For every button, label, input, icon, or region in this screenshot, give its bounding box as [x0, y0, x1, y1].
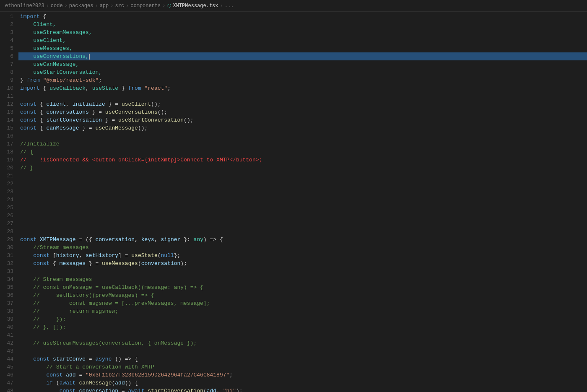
line-number: 38	[3, 307, 13, 315]
code-line: } from "@xmtp/react-sdk";	[18, 76, 587, 84]
code-line	[18, 212, 587, 220]
token-kw: const	[33, 252, 49, 259]
token-kw: null	[161, 252, 174, 259]
code-line: // !isConnected && <button onClick={init…	[18, 156, 587, 164]
token-punct	[36, 236, 40, 243]
code-line: const conversation = await startConversa…	[18, 387, 587, 392]
bc-folder-2[interactable]: code	[51, 3, 63, 9]
token-punct	[20, 252, 33, 259]
token-import-name: useConversations,	[20, 53, 89, 60]
token-comment: // useStreamMessages(conversation, { onM…	[20, 340, 197, 346]
line-number: 48	[3, 387, 13, 392]
token-import-name: useStartConversation,	[20, 69, 102, 75]
code-line: useStartConversation,	[18, 68, 587, 76]
token-comment: // return msgsnew;	[20, 308, 118, 314]
token-punct: )) {	[125, 380, 138, 386]
code-line	[18, 196, 587, 204]
token-punct: ,	[135, 236, 141, 243]
code-line: const XMTPMessage = ({ conversation, key…	[18, 236, 587, 244]
token-punct: }	[20, 77, 27, 83]
line-number: 36	[3, 291, 13, 299]
line-number: 45	[3, 363, 13, 371]
bc-folder-6[interactable]: components	[130, 3, 161, 9]
bc-sep-4: ›	[110, 3, 113, 9]
token-comment: // Stream messages	[20, 276, 92, 283]
token-punct: ,	[216, 388, 223, 392]
bc-sep-1: ›	[46, 3, 49, 9]
token-punct: ,	[86, 85, 92, 91]
line-number: 9	[3, 76, 13, 84]
line-numbers: 1234567891011121314151617181920212223242…	[0, 12, 18, 392]
bc-folder-3[interactable]: packages	[69, 3, 94, 9]
code-line	[18, 172, 587, 180]
code-line: // }	[18, 164, 587, 172]
line-number: 32	[3, 260, 13, 267]
code-line: // return msgsnew;	[18, 307, 587, 315]
token-comment: // }	[20, 165, 33, 171]
token-fn: useStartConversation	[118, 117, 184, 123]
token-import-name: useMessages,	[20, 45, 73, 52]
code-content[interactable]: import { Client, useStreamMessages, useC…	[18, 12, 587, 392]
line-number: 1	[3, 13, 13, 21]
bc-folder-1[interactable]: ethonline2023	[5, 3, 44, 9]
code-line: const { messages } = useMessages(convers…	[18, 260, 587, 267]
token-kw: const	[20, 236, 36, 243]
token-punct	[20, 388, 60, 392]
token-comment: // {	[20, 149, 33, 155]
token-punct: ,	[79, 252, 86, 259]
line-number: 23	[3, 188, 13, 196]
token-var: conversations	[46, 109, 88, 115]
line-number: 44	[3, 355, 13, 363]
token-punct: =	[86, 356, 95, 362]
code-line: // }, []);	[18, 323, 587, 331]
line-number: 22	[3, 180, 13, 188]
token-comment: // const msgsnew = [...prevMessages, mes…	[20, 300, 210, 306]
line-number: 34	[3, 275, 13, 283]
token-import-name: useCanMessage,	[20, 61, 79, 67]
token-kw: const	[20, 109, 36, 115]
token-punct: ();	[184, 117, 193, 123]
line-number: 47	[3, 379, 13, 387]
token-punct: =	[76, 372, 86, 378]
line-number: 12	[3, 100, 13, 108]
code-line: useCanMessage,	[18, 60, 587, 68]
code-line	[18, 92, 587, 100]
code-line: const { client, initialize } = useClient…	[18, 100, 587, 108]
token-punct: };	[174, 252, 181, 259]
bc-sep-7: ›	[220, 3, 223, 9]
line-number: 33	[3, 267, 13, 275]
token-fn: useState	[131, 252, 157, 259]
token-var: startConvo	[53, 356, 86, 362]
token-fn: useConversations	[105, 109, 158, 115]
token-comment: // });	[20, 316, 66, 322]
line-number: 8	[3, 68, 13, 76]
line-number: 25	[3, 204, 13, 212]
token-fn: startConversation	[148, 388, 203, 392]
token-str: "@xmtp/react-sdk"	[43, 77, 99, 83]
line-number: 3	[3, 29, 13, 36]
token-punct: ();	[138, 125, 148, 131]
token-punct: ) => {	[203, 236, 223, 243]
token-punct	[40, 77, 43, 83]
bc-file[interactable]: XMTPMessage.tsx	[173, 3, 218, 9]
code-line: import {	[18, 13, 587, 21]
token-kw: await	[128, 388, 144, 392]
bc-folder-5[interactable]: src	[115, 3, 124, 9]
token-kw: import	[20, 85, 40, 91]
token-comment: //Stream messages	[20, 244, 89, 251]
token-punct: = (	[76, 236, 89, 243]
token-punct: {	[49, 260, 59, 267]
line-number: 17	[3, 140, 13, 148]
code-line: const { startConversation } = useStartCo…	[18, 116, 587, 124]
code-line: import { useCallback, useState } from "r…	[18, 84, 587, 92]
line-number: 15	[3, 124, 13, 132]
token-comment: // const onMessage = useCallback((messag…	[20, 284, 203, 291]
bc-folder-4[interactable]: app	[100, 3, 109, 9]
line-number: 28	[3, 228, 13, 236]
line-number: 29	[3, 236, 13, 244]
token-kw: const	[20, 125, 36, 131]
token-fn: canMessage	[79, 380, 112, 386]
token-punct: {	[40, 85, 49, 91]
code-line: // });	[18, 315, 587, 323]
code-line: // const msgsnew = [...prevMessages, mes…	[18, 299, 587, 307]
